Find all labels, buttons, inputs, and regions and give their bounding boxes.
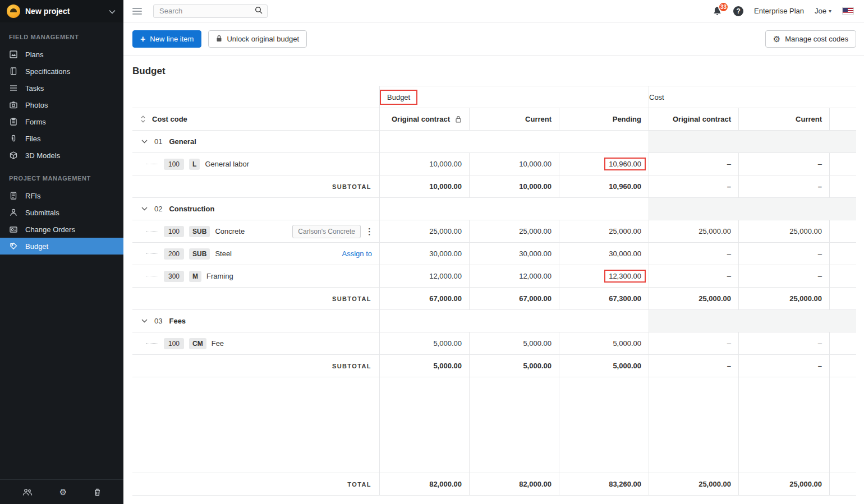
budget-original-cell[interactable]: 12,000.00 — [379, 265, 469, 287]
budget-original-cell[interactable]: 30,000.00 — [379, 243, 469, 265]
group-name: Construction — [169, 205, 214, 213]
cost-current-cell: – — [738, 332, 829, 354]
collapse-chevron-icon[interactable] — [141, 140, 148, 144]
sidebar-item-tasks[interactable]: Tasks — [0, 80, 123, 96]
cost-group-header: Cost — [649, 86, 856, 108]
cost-original-cell: – — [649, 332, 738, 354]
budget-original-cell[interactable]: 5,000.00 — [379, 332, 469, 354]
budget-group-header: Budget — [379, 86, 649, 108]
sidebar-item-forms[interactable]: Forms — [0, 113, 123, 130]
notification-badge: 33 — [718, 2, 729, 12]
caret-down-icon: ▾ — [829, 8, 831, 14]
budget-pending-cell[interactable]: 10,960.00 — [559, 153, 649, 175]
sidebar-item-specifications[interactable]: Specifications — [0, 63, 123, 80]
group-cost-span — [649, 310, 856, 332]
unlock-original-budget-button[interactable]: Unlock original budget — [208, 30, 307, 48]
cost-code-cell[interactable]: 300 M Framing — [132, 265, 379, 287]
budget-table: Budget Cost Cost code Original contract … — [132, 86, 856, 496]
collapse-chevron-icon[interactable] — [141, 207, 148, 211]
lock-icon[interactable] — [455, 115, 462, 123]
group-code: 01 — [154, 137, 162, 146]
help-icon[interactable]: ? — [733, 6, 743, 16]
cost-original-cell: – — [649, 153, 738, 175]
gear-icon: ⚙ — [773, 35, 780, 43]
group-cost-span — [649, 198, 856, 220]
budget-current-cell[interactable]: 30,000.00 — [469, 243, 559, 265]
group-row-fees: 03 Fees — [132, 310, 856, 332]
budget-pending-cell[interactable]: 5,000.00 — [559, 332, 649, 354]
table-row-steel: 200 SUB Steel Assign to 30,000.00 30,000… — [132, 243, 856, 265]
group-cost-span — [649, 131, 856, 152]
cost-code-chip: 100 — [164, 226, 184, 237]
hamburger-menu-icon[interactable] — [132, 8, 142, 15]
sidebar-item-files[interactable]: Files — [0, 130, 123, 147]
cost-type-chip: M — [189, 271, 201, 282]
cost-current-cell: 25,000.00 — [738, 220, 829, 242]
plan-label: Enterprise Plan — [754, 7, 804, 15]
budget-current-cell[interactable]: 10,000.00 — [469, 153, 559, 175]
vendor-chip[interactable]: Carlson's Concrete — [292, 225, 361, 238]
budget-original-cell[interactable]: 25,000.00 — [379, 220, 469, 242]
sidebar-item-photos[interactable]: Photos — [0, 96, 123, 113]
us-flag-icon[interactable] — [842, 7, 854, 15]
budget-current-cell[interactable]: 25,000.00 — [469, 220, 559, 242]
search-icon[interactable] — [255, 6, 263, 16]
subtotal-label: SUBTOTAL — [132, 288, 379, 309]
cost-code-cell[interactable]: 100 CM Fee — [132, 332, 379, 354]
cost-current-cell: – — [738, 265, 829, 287]
plus-icon: + — [140, 35, 145, 44]
forms-icon — [9, 117, 18, 126]
sidebar-item-3d-models[interactable]: 3D Models — [0, 147, 123, 164]
collapse-chevron-icon[interactable] — [141, 319, 148, 323]
sidebar-item-label: Plans — [25, 50, 44, 59]
group-budget-span — [379, 198, 649, 220]
gear-icon[interactable]: ⚙ — [59, 487, 67, 497]
annotation-red-box: 12,300.00 — [604, 270, 646, 283]
subtotal-row-general: SUBTOTAL 10,000.00 10,000.00 10,960.00 –… — [132, 175, 856, 198]
sidebar-item-label: RFIs — [25, 192, 40, 200]
notifications-bell-icon[interactable]: 33 — [713, 6, 723, 16]
new-line-item-button[interactable]: + New line item — [132, 30, 201, 48]
budget-current-cell[interactable]: 5,000.00 — [469, 332, 559, 354]
cost-code-chip: 100 — [164, 159, 184, 170]
budget-current-cell[interactable]: 12,000.00 — [469, 265, 559, 287]
annotation-red-box: 10,960.00 — [604, 158, 646, 170]
line-item-name: General labor — [205, 160, 249, 168]
line-item-name: Steel — [215, 249, 232, 258]
user-name: Joe — [815, 7, 826, 15]
search-input[interactable] — [158, 6, 251, 16]
cost-code-cell[interactable]: 100 L General labor — [132, 153, 379, 175]
cost-code-chip: 300 — [164, 271, 184, 282]
user-menu[interactable]: Joe ▾ — [815, 7, 831, 15]
search-box[interactable] — [153, 4, 268, 18]
sidebar-item-rfis[interactable]: RFIs — [0, 187, 123, 204]
subtotal-row-construction: SUBTOTAL 67,000.00 67,000.00 67,300.00 2… — [132, 288, 856, 310]
kebab-menu-icon[interactable]: ⋮ — [361, 226, 379, 237]
sort-icon[interactable] — [140, 115, 146, 123]
cost-code-cell[interactable]: 100 SUB Concrete Carlson's Concrete ⋮ — [132, 220, 379, 242]
budget-pending-cell[interactable]: 25,000.00 — [559, 220, 649, 242]
budget-pending-cell[interactable]: 12,300.00 — [559, 265, 649, 287]
sidebar-item-budget[interactable]: Budget — [0, 238, 123, 255]
sidebar-item-label: Budget — [25, 242, 48, 251]
people-icon[interactable] — [22, 488, 33, 496]
table-filler-row — [132, 377, 856, 473]
sidebar-footer: ⚙ — [0, 479, 123, 504]
sidebar-item-change-orders[interactable]: Change Orders — [0, 221, 123, 238]
trash-icon[interactable] — [94, 488, 101, 496]
total-label: TOTAL — [132, 473, 379, 495]
group-row-general: 01 General — [132, 131, 856, 153]
cost-code-cell[interactable]: 200 SUB Steel Assign to — [132, 243, 379, 265]
budget-pending-cell[interactable]: 30,000.00 — [559, 243, 649, 265]
budget-original-cell[interactable]: 10,000.00 — [379, 153, 469, 175]
sidebar-item-plans[interactable]: Plans — [0, 46, 123, 63]
cost-type-chip: SUB — [189, 248, 210, 260]
sidebar-item-submittals[interactable]: Submittals — [0, 204, 123, 221]
chevron-down-icon[interactable] — [109, 7, 116, 16]
column-group-header-row: Budget Cost — [132, 86, 856, 108]
annotation-red-box: Budget — [380, 90, 417, 105]
table-row-fee: 100 CM Fee 5,000.00 5,000.00 5,000.00 – … — [132, 332, 856, 355]
manage-cost-codes-button[interactable]: ⚙ Manage cost codes — [765, 30, 856, 48]
project-selector[interactable]: New project — [0, 0, 123, 22]
assign-to-link[interactable]: Assign to — [342, 249, 379, 258]
